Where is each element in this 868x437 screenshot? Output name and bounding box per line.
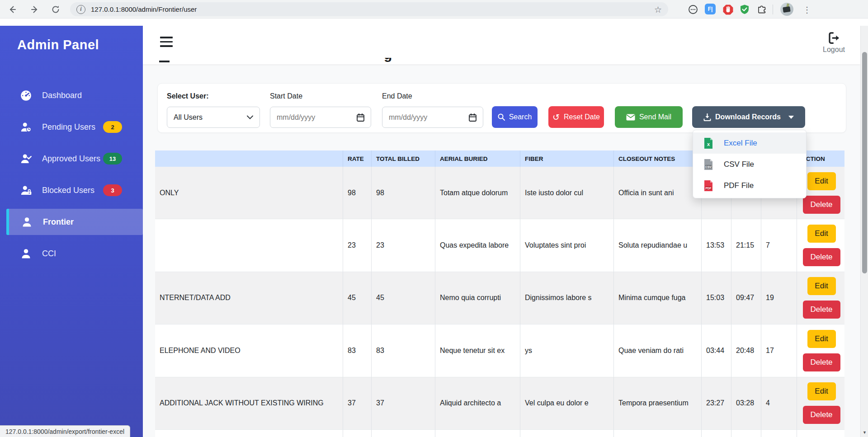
cell-name: NTERNET/DATA ADD: [155, 272, 343, 324]
cell-time2: 20:48: [731, 324, 761, 377]
delete-button[interactable]: Delete: [803, 301, 840, 319]
cell-time1: 03:44: [702, 324, 731, 377]
end-date-label: End Date: [382, 92, 412, 100]
edit-button[interactable]: Edit: [807, 382, 836, 400]
menu-item-csv-file[interactable]: CSV CSV File: [693, 154, 806, 175]
table-row: NTERNET/DATA ADD 45 45 Nemo quia corrupt…: [155, 272, 844, 324]
user-icon: [20, 248, 32, 260]
extension-robot-icon[interactable]: [687, 4, 699, 15]
select-user-value: All Users: [174, 113, 247, 122]
extension-fi-icon[interactable]: F|: [705, 4, 716, 14]
browser-forward-icon[interactable]: [28, 3, 42, 16]
caret-down-icon: [788, 116, 794, 119]
cell-fiber: Vel culpa eu dolor e: [520, 377, 614, 430]
browser-profile-avatar[interactable]: [780, 3, 793, 16]
browser-back-icon[interactable]: [5, 3, 19, 16]
svg-text:CSV: CSV: [705, 165, 712, 168]
extension-shield-icon[interactable]: [739, 4, 750, 15]
cell-count: 4: [761, 377, 797, 430]
cell-rate: 98: [343, 167, 372, 219]
search-button[interactable]: Search: [492, 106, 538, 128]
download-records-button[interactable]: Download Records: [692, 106, 805, 128]
sidebar-item-pending-users[interactable]: Pending Users 2: [0, 114, 143, 140]
edit-button[interactable]: Edit: [807, 225, 836, 243]
site-info-icon[interactable]: i: [76, 5, 85, 14]
sidebar-item-label: Frontier: [43, 217, 74, 227]
logout-label: Logout: [823, 46, 845, 54]
browser-menu-kebab-icon[interactable]: ⋮: [801, 4, 813, 15]
start-date-placeholder: mm/dd/yyyy: [277, 113, 357, 122]
select-user-dropdown[interactable]: All Users: [167, 107, 260, 128]
logout-button[interactable]: Logout: [823, 31, 845, 54]
start-date-input[interactable]: mm/dd/yyyy: [270, 107, 371, 128]
top-navbar: Logout: [143, 26, 860, 64]
edit-button[interactable]: Edit: [807, 330, 836, 348]
undo-icon: ↺: [552, 113, 560, 122]
scroll-down-arrow-icon[interactable]: ▼: [861, 428, 868, 436]
filter-card: Select User: All Users Start Date mm/dd/…: [157, 83, 846, 133]
sidebar-item-cci[interactable]: CCI: [0, 240, 143, 267]
scrollbar-thumb[interactable]: [862, 52, 867, 273]
extension-adblock-icon[interactable]: [722, 4, 734, 15]
extensions-puzzle-icon[interactable]: [756, 4, 768, 15]
start-date-label: Start Date: [270, 92, 302, 100]
cell-total-billed: 45: [372, 272, 435, 324]
svg-text:PDF: PDF: [706, 186, 712, 189]
cell-closeout-notes: Minima cumque fuga: [614, 272, 702, 324]
cell-name: ADDITIONAL JACK WITHOUT EXISTING WIRING: [155, 377, 343, 430]
sidebar-item-label: CCI: [42, 249, 56, 258]
send-mail-label: Send Mail: [639, 113, 671, 121]
cell-actions: Edit Delete: [797, 219, 844, 272]
delete-button[interactable]: Delete: [803, 196, 840, 214]
delete-button[interactable]: Delete: [803, 406, 840, 424]
sidebar-item-dashboard[interactable]: Dashboard: [0, 82, 143, 108]
url-bar[interactable]: i 127.0.0.1:8000/admin/Frontier/user ☆: [70, 2, 668, 16]
clipped-page-heading-descender: g: [384, 58, 393, 64]
cell-closeout-notes: Soluta repudiandae u: [614, 219, 702, 272]
cell-time2: 09:47: [731, 272, 761, 324]
delete-button[interactable]: Delete: [803, 353, 840, 371]
send-mail-button[interactable]: Send Mail: [615, 106, 683, 128]
table-row-partial: [155, 430, 844, 437]
dashboard-gauge-icon: [20, 89, 32, 102]
sidebar-item-blocked-users[interactable]: Blocked Users 3: [0, 177, 143, 203]
select-user-label: Select User:: [167, 92, 209, 100]
end-date-input[interactable]: mm/dd/yyyy: [382, 107, 483, 128]
cell-fiber: Voluptates sint proi: [520, 219, 614, 272]
user-icon: [21, 216, 33, 228]
edit-button[interactable]: Edit: [807, 277, 836, 295]
approved-users-badge: 13: [103, 153, 122, 164]
svg-text:x: x: [707, 141, 710, 147]
vertical-scrollbar[interactable]: ▲ ▼: [860, 19, 868, 437]
user-check-icon: [20, 153, 32, 165]
menu-item-pdf-file[interactable]: PDF PDF File: [693, 175, 806, 196]
browser-toolbar: i 127.0.0.1:8000/admin/Frontier/user ☆ F…: [0, 0, 868, 19]
download-dropdown-menu: x Excel File CSV CSV File PDF PDF File: [693, 130, 807, 198]
cell-fiber: ys: [520, 324, 614, 377]
download-records-label: Download Records: [715, 113, 781, 121]
sidebar-item-label: Pending Users: [42, 122, 95, 132]
cell-rate: 45: [343, 272, 372, 324]
hamburger-menu-icon[interactable]: [160, 37, 173, 50]
edit-button[interactable]: Edit: [807, 172, 836, 190]
reset-date-button[interactable]: ↺ Reset Date: [548, 106, 604, 128]
chevron-down-icon: [247, 115, 253, 119]
sidebar-item-frontier[interactable]: Frontier: [6, 209, 143, 235]
search-label: Search: [509, 113, 532, 121]
csv-file-icon: CSV: [703, 159, 714, 170]
excel-file-icon: x: [703, 137, 714, 149]
cell-total-billed: 98: [372, 167, 435, 219]
table-row: ADDITIONAL JACK WITHOUT EXISTING WIRING …: [155, 377, 844, 430]
menu-item-excel-file[interactable]: x Excel File: [693, 132, 806, 154]
user-clock-icon: [20, 121, 32, 133]
user-lock-icon: [20, 184, 32, 197]
url-text[interactable]: 127.0.0.1:8000/admin/Frontier/user: [91, 5, 654, 13]
cell-actions: Edit Delete: [797, 324, 844, 377]
pdf-file-icon: PDF: [703, 180, 714, 192]
calendar-icon: [357, 113, 364, 122]
delete-button[interactable]: Delete: [803, 248, 840, 266]
bookmark-star-icon[interactable]: ☆: [654, 5, 662, 14]
browser-reload-icon[interactable]: [49, 3, 62, 16]
table-row: 23 23 Quas expedita labore Voluptates si…: [155, 219, 844, 272]
sidebar-item-approved-users[interactable]: Approved Users 13: [0, 146, 143, 172]
